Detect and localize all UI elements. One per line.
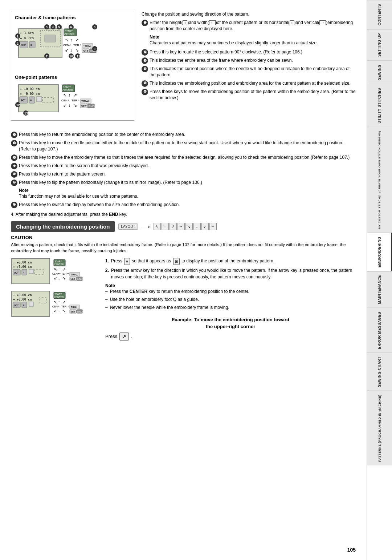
one-point-diagram-svg: ↕ +0.00 cm ↔ +0.00 cm 90° ≡ START CE <box>15 83 124 116</box>
svg-text:≡: ≡ <box>30 44 32 47</box>
svg-text:90°: 90° <box>14 304 19 307</box>
top-section: Character & frame patterns ↕ 3.6cm ↔ 8.7… <box>11 11 356 126</box>
svg-text:END: END <box>77 310 83 313</box>
bullet-12-note-text: This function may not be available for u… <box>19 194 138 199</box>
sidebar-tab-embroidering[interactable]: EMBROIDERING <box>367 233 392 271</box>
note-dash-1: – Press the CENTER key to return the emb… <box>105 288 356 295</box>
svg-text:START: START <box>63 86 71 88</box>
note-text-1: Characters and patterns may sometimes be… <box>150 40 356 46</box>
sidebar-tab-error[interactable]: ERROR MESSAGES <box>367 308 392 353</box>
bullet-4: ❹ This indicates the current position wh… <box>142 66 356 78</box>
bullet-11-num: ⓫ <box>11 171 17 178</box>
dash-2: – <box>105 296 108 303</box>
svg-text:4: 4 <box>52 25 54 29</box>
arrow-sw: ↙ <box>201 223 209 230</box>
svg-text:↖: ↖ <box>54 300 57 304</box>
right-panel: Change the position and sewing direction… <box>142 11 356 126</box>
svg-text:↔ +0.00 cm: ↔ +0.00 cm <box>13 298 32 301</box>
svg-text:END: END <box>77 278 83 280</box>
svg-text:TRIAL: TRIAL <box>81 100 90 103</box>
lower-bullets-section: ❼ Press this key to return the embroider… <box>11 132 356 208</box>
bullet-5-num: ❺ <box>142 80 148 87</box>
svg-text:↖: ↖ <box>54 267 57 271</box>
svg-text:↓: ↓ <box>58 309 60 313</box>
center-key: CENTER <box>130 289 147 294</box>
svg-text:6: 6 <box>70 25 72 29</box>
svg-rect-57 <box>37 97 42 102</box>
bullet-2-num: ❷ <box>142 49 148 56</box>
bullet-4-text: This indicates the current position wher… <box>150 66 356 78</box>
bullet-9-num: ❾ <box>11 154 17 161</box>
bullet-6-text: Press these keys to move the embroiderin… <box>150 89 356 101</box>
bullet-11-text: Press this key to return to the pattern … <box>19 171 106 177</box>
period: . <box>131 334 132 339</box>
bullet-12-note: Note This function may not be available … <box>19 188 356 200</box>
svg-text:↓: ↓ <box>68 103 70 108</box>
bullet-6-num: ❻ <box>142 89 148 95</box>
ne-arrow-icon: ↗ <box>119 333 129 341</box>
bottom-diagram-1-svg: ↕ +0.00 cm ↔ +0.00 cm 90° ≡ START CENTER… <box>11 258 91 287</box>
svg-text:START: START <box>54 260 62 263</box>
svg-text:TRIAL: TRIAL <box>71 306 78 309</box>
bullet-3: ❸ This indicates the entire area of the … <box>142 57 356 64</box>
bottom-step-2: 2. Press the arrow key for the direction… <box>105 267 356 280</box>
svg-text:7: 7 <box>46 55 48 58</box>
bullet-8-text: Press this key to move the needle positi… <box>19 140 356 153</box>
sidebar-tab-contents[interactable]: CONTENTS <box>367 0 392 29</box>
press-text: Press <box>105 334 117 339</box>
note-dash-2: – Use the hole on embroidery foot Q as a… <box>105 296 356 303</box>
svg-text:↕  3.6cm: ↕ 3.6cm <box>20 31 34 35</box>
svg-text:↙: ↙ <box>63 103 67 108</box>
svg-rect-8 <box>45 35 56 42</box>
bullet-11: ⓫ Press this key to return to the patter… <box>11 171 356 178</box>
sidebar-tab-utility[interactable]: UTILITY STITCHES <box>367 84 392 127</box>
svg-text:END: END <box>89 105 95 108</box>
svg-text:12: 12 <box>16 103 20 107</box>
svg-text:SET: SET <box>70 310 75 313</box>
svg-text:90°: 90° <box>21 43 26 47</box>
note-dash-3: – Never lower the needle while the embro… <box>105 304 356 311</box>
bullet-12-note-title: Note <box>19 188 29 193</box>
sidebar-tab-mycustom[interactable]: MY CUSTOM STITCH™ (CREATE YOUR OWN STITC… <box>367 127 392 233</box>
svg-text:↙: ↙ <box>65 48 69 53</box>
svg-text:↕ +0.00 cm: ↕ +0.00 cm <box>13 293 32 297</box>
bullet-10-text: Press this key to return to the screen t… <box>19 163 149 169</box>
sidebar-tab-setting-up[interactable]: SETTING UP <box>367 29 392 60</box>
sidebar-tab-chart[interactable]: SEWING CHART <box>367 352 392 391</box>
step-2-num: 2. <box>105 267 109 274</box>
section-heading-row: Changing the embroidering position LAYOU… <box>11 221 356 232</box>
step1-icon-before: ≡ <box>124 258 130 265</box>
svg-text:≡: ≡ <box>23 304 25 307</box>
step1-icon-after: ⊞ <box>173 258 180 265</box>
svg-text:→: → <box>76 97 80 102</box>
svg-text:↓: ↓ <box>70 48 72 53</box>
note-3-text: Never lower the needle while the embroid… <box>110 304 229 311</box>
svg-text:↑: ↑ <box>70 37 72 43</box>
layout-badge: LAYOUT <box>118 223 138 230</box>
caution-section: CAUTION After moving a pattern, check th… <box>11 235 356 254</box>
bullet-13-num: ⓭ <box>11 202 17 208</box>
bottom-section: ↕ +0.00 cm ↔ +0.00 cm 90° ≡ START CENTER… <box>11 258 356 340</box>
sidebar-tab-maintenance[interactable]: MAINTENANCE <box>367 271 392 307</box>
svg-rect-117 <box>29 302 33 306</box>
svg-text:SET: SET <box>70 278 75 280</box>
step-1-text: Press ≡ so that it appears as ⊞ to displ… <box>111 258 274 265</box>
bullet-3-text: This indicates the entire area of the fr… <box>150 57 293 64</box>
example-heading-bold: Example: To move the embroidering positi… <box>172 317 289 322</box>
bullet-12: ⓬ Press this key to flip the pattern hor… <box>11 180 356 186</box>
svg-text:↗: ↗ <box>62 300 66 304</box>
sidebar-tab-sewing[interactable]: SEWING <box>367 60 392 84</box>
svg-text:↔ +0.00 cm: ↔ +0.00 cm <box>13 265 32 269</box>
bullet-13: ⓭ Press this key to switch the display b… <box>11 202 356 208</box>
arrow-s: ↓ <box>193 223 201 230</box>
bullet-9: ❾ Press this key to move the embroidery … <box>11 154 356 161</box>
bullet-9-text: Press this key to move the embroidery fr… <box>19 154 350 161</box>
bullet-1-text: Either the height(↕)and width(↔)of the c… <box>150 20 356 32</box>
page-number: 105 <box>347 547 356 553</box>
svg-text:←: ← <box>57 304 61 308</box>
svg-text:CENTER: CENTER <box>54 296 64 298</box>
sidebar-tab-patterns[interactable]: PATTERNS (PROGRAMMED IN MACHINE) <box>367 391 392 466</box>
bullet-12-text: Press this key to flip the pattern horiz… <box>19 180 202 186</box>
svg-text:↘: ↘ <box>62 276 66 280</box>
svg-text:←: ← <box>67 97 72 102</box>
